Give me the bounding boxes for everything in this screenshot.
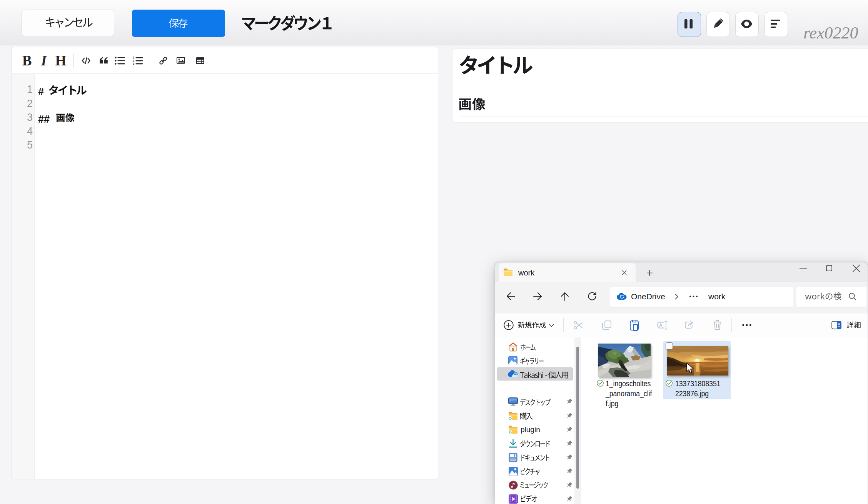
svg-text:2: 2 — [133, 59, 134, 62]
svg-text:1: 1 — [133, 56, 134, 59]
svg-text:3: 3 — [133, 62, 134, 65]
